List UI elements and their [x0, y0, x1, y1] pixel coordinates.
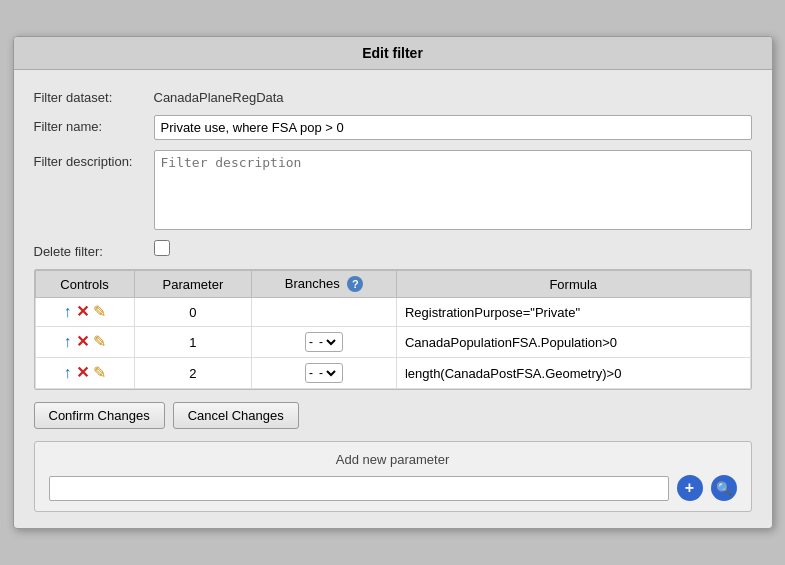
row2-branch-value: -: [309, 366, 313, 380]
filter-name-input[interactable]: [154, 115, 752, 140]
delete-filter-checkbox[interactable]: [154, 240, 170, 256]
row1-delete-button[interactable]: ✕: [75, 333, 90, 351]
add-param-row: + 🔍: [49, 475, 737, 501]
row2-up-button[interactable]: ↑: [63, 364, 73, 382]
parameter-table: Controls Parameter Branches ? Formula: [35, 270, 751, 389]
row0-edit-button[interactable]: ✎: [92, 303, 107, 321]
row1-edit-button[interactable]: ✎: [92, 333, 107, 351]
filter-dataset-value: CanadaPlaneRegData: [154, 86, 752, 105]
filter-description-row: Filter description:: [34, 150, 752, 230]
row2-edit-button[interactable]: ✎: [92, 364, 107, 382]
cancel-changes-button[interactable]: Cancel Changes: [173, 402, 299, 429]
row0-formula: RegistrationPurpose="Private": [396, 298, 750, 327]
row0-up-button[interactable]: ↑: [63, 303, 73, 321]
row2-parameter: 2: [134, 358, 252, 389]
row1-parameter: 1: [134, 327, 252, 358]
row2-branch-select[interactable]: -: [315, 365, 339, 381]
confirm-changes-button[interactable]: Confirm Changes: [34, 402, 165, 429]
add-icon: +: [685, 479, 694, 497]
row0-delete-button[interactable]: ✕: [75, 303, 90, 321]
search-icon: 🔍: [716, 481, 732, 496]
row0-parameter: 0: [134, 298, 252, 327]
row1-branches[interactable]: - -: [252, 327, 397, 358]
filter-description-label: Filter description:: [34, 150, 154, 169]
table-row: ↑ ✕ ✎ 0 RegistrationPurpose="Private": [35, 298, 750, 327]
row1-branch-select[interactable]: -: [315, 334, 339, 350]
row2-branches[interactable]: - -: [252, 358, 397, 389]
filter-name-row: Filter name:: [34, 115, 752, 140]
add-param-input[interactable]: [49, 476, 669, 501]
filter-name-label: Filter name:: [34, 115, 154, 134]
table-row: ↑ ✕ ✎ 2 - -: [35, 358, 750, 389]
filter-dataset-row: Filter dataset: CanadaPlaneRegData: [34, 86, 752, 105]
action-buttons-row: Confirm Changes Cancel Changes: [34, 402, 752, 429]
dialog-title: Edit filter: [14, 37, 772, 70]
table-row: ↑ ✕ ✎ 1 - -: [35, 327, 750, 358]
row2-formula: length(CanadaPostFSA.Geometry)>0: [396, 358, 750, 389]
branches-label: Branches: [285, 276, 340, 291]
branches-help-icon[interactable]: ?: [347, 276, 363, 292]
col-header-parameter: Parameter: [134, 271, 252, 298]
col-header-controls: Controls: [35, 271, 134, 298]
delete-filter-label: Delete filter:: [34, 240, 154, 259]
delete-filter-row: Delete filter:: [34, 240, 752, 259]
add-parameter-section: Add new parameter + 🔍: [34, 441, 752, 512]
add-param-search-button[interactable]: 🔍: [711, 475, 737, 501]
row1-formula: CanadaPopulationFSA.Population>0: [396, 327, 750, 358]
filter-description-textarea[interactable]: [154, 150, 752, 230]
add-param-title: Add new parameter: [49, 452, 737, 467]
row1-branch-value: -: [309, 335, 313, 349]
row2-delete-button[interactable]: ✕: [75, 364, 90, 382]
col-header-branches: Branches ?: [252, 271, 397, 298]
row0-branches: [252, 298, 397, 327]
col-header-formula: Formula: [396, 271, 750, 298]
row1-up-button[interactable]: ↑: [63, 333, 73, 351]
edit-filter-dialog: Edit filter Filter dataset: CanadaPlaneR…: [13, 36, 773, 529]
add-param-add-button[interactable]: +: [677, 475, 703, 501]
parameter-table-section: Controls Parameter Branches ? Formula: [34, 269, 752, 390]
filter-dataset-label: Filter dataset:: [34, 86, 154, 105]
